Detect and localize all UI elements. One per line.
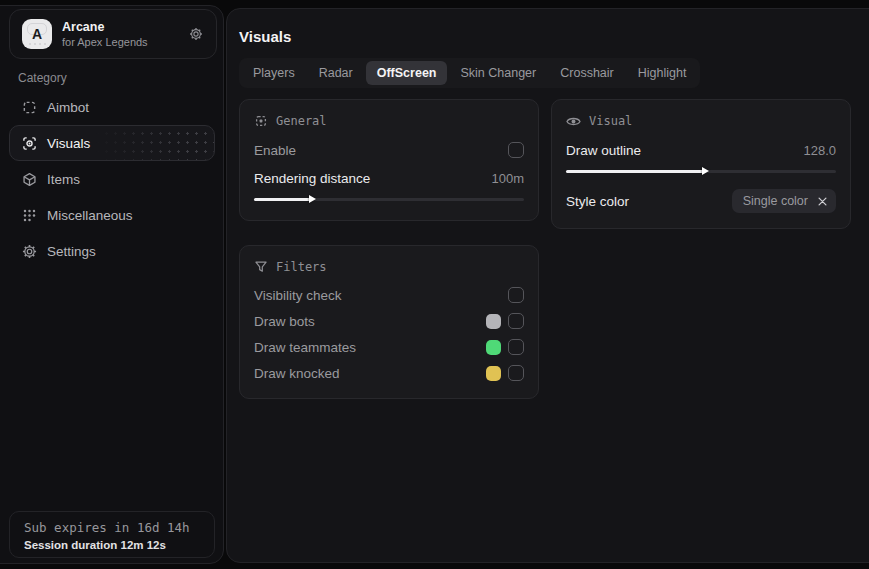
- enable-label: Enable: [254, 143, 296, 158]
- rendering-distance-value: 100m: [491, 171, 524, 186]
- app-subtitle: for Apex Legends: [62, 35, 186, 49]
- draw-outline-label: Draw outline: [566, 143, 641, 158]
- sidebar-item-label: Settings: [47, 244, 96, 259]
- filters-card-title: Filters: [276, 260, 327, 274]
- sidebar-item-label: Aimbot: [47, 100, 89, 115]
- draw-outline-value: 128.0: [803, 143, 836, 158]
- sidebar-item-visuals[interactable]: Visuals: [9, 125, 215, 161]
- main-panel: Visuals Players Radar OffScreen Skin Cha…: [226, 8, 869, 563]
- eye-icon: [566, 115, 581, 128]
- rendering-distance-row: Rendering distance 100m: [254, 164, 524, 192]
- app-logo: A: [22, 19, 52, 49]
- draw-knocked-color-swatch[interactable]: [486, 366, 501, 381]
- app-settings-button[interactable]: [186, 24, 206, 44]
- draw-outline-slider[interactable]: [566, 165, 836, 177]
- general-card-title: General: [276, 114, 327, 128]
- app-meta: Arcane for Apex Legends: [62, 20, 186, 49]
- tab-crosshair[interactable]: Crosshair: [549, 61, 625, 85]
- chip-close-icon[interactable]: [818, 197, 827, 206]
- tab-radar[interactable]: Radar: [308, 61, 364, 85]
- sidebar-item-settings[interactable]: Settings: [9, 233, 215, 269]
- style-color-chip-label: Single color: [743, 194, 808, 208]
- sidebar-panel: A Arcane for Apex Legends Catego: [0, 5, 224, 564]
- draw-knocked-row: Draw knocked: [254, 360, 524, 386]
- general-card: General Enable Rendering distance 100m: [239, 99, 539, 221]
- draw-bots-color-swatch[interactable]: [486, 314, 501, 329]
- draw-teammates-label: Draw teammates: [254, 340, 356, 355]
- draw-outline-row: Draw outline 128.0: [566, 136, 836, 164]
- sub-expires-text: Sub expires in 16d 14h: [24, 520, 214, 536]
- rendering-distance-label: Rendering distance: [254, 171, 370, 186]
- tab-players[interactable]: Players: [242, 61, 306, 85]
- aimbot-marquee-icon: [22, 100, 37, 115]
- enable-row: Enable: [254, 136, 524, 164]
- draw-bots-checkbox[interactable]: [508, 313, 524, 329]
- session-duration-text: Session duration 12m 12s: [24, 538, 214, 553]
- draw-bots-label: Draw bots: [254, 314, 315, 329]
- sidebar-item-items[interactable]: Items: [9, 161, 215, 197]
- rendering-distance-slider[interactable]: [254, 193, 524, 205]
- slider-fill: [254, 198, 311, 201]
- sidebar-item-miscellaneous[interactable]: Miscellaneous: [9, 197, 215, 233]
- style-color-label: Style color: [566, 194, 629, 209]
- sidebar-nav: Aimbot Visuals: [1, 89, 223, 269]
- gear-icon: [189, 27, 203, 41]
- sidebar-item-label: Miscellaneous: [47, 208, 133, 223]
- slider-thumb[interactable]: [309, 195, 316, 203]
- visibility-check-checkbox[interactable]: [508, 287, 524, 303]
- subscription-card: Sub expires in 16d 14h Session duration …: [9, 511, 215, 558]
- draw-teammates-row: Draw teammates: [254, 334, 524, 360]
- sidebar-item-label: Visuals: [47, 136, 90, 151]
- tab-bar: Players Radar OffScreen Skin Changer Cro…: [239, 58, 700, 88]
- app-logo-letter: A: [32, 27, 42, 41]
- slider-fill: [566, 170, 704, 173]
- draw-teammates-color-swatch[interactable]: [486, 340, 501, 355]
- app-name: Arcane: [62, 20, 186, 35]
- draw-knocked-checkbox[interactable]: [508, 365, 524, 381]
- style-color-row: Style color Single color: [566, 186, 836, 216]
- tab-skin-changer[interactable]: Skin Changer: [449, 61, 547, 85]
- tab-highlight[interactable]: Highlight: [627, 61, 698, 85]
- style-color-chip[interactable]: Single color: [732, 189, 836, 213]
- sidebar-item-label: Items: [47, 172, 80, 187]
- funnel-icon: [254, 260, 268, 274]
- misc-dots-grid-icon: [22, 208, 37, 223]
- slider-thumb[interactable]: [702, 167, 709, 175]
- draw-teammates-checkbox[interactable]: [508, 339, 524, 355]
- visual-card-title: Visual: [589, 114, 632, 128]
- items-cube-icon: [22, 172, 37, 187]
- visuals-eye-icon: [22, 136, 37, 151]
- visibility-check-label: Visibility check: [254, 288, 342, 303]
- visual-card: Visual Draw outline 128.0 Style color Si…: [551, 99, 851, 229]
- general-focus-icon: [254, 114, 268, 128]
- sidebar-item-aimbot[interactable]: Aimbot: [9, 89, 215, 125]
- category-label: Category: [18, 71, 223, 85]
- visibility-check-row: Visibility check: [254, 282, 524, 308]
- filters-card: Filters Visibility check Draw bots: [239, 245, 539, 399]
- app-header-card: A Arcane for Apex Legends: [9, 9, 217, 59]
- settings-gear-icon: [22, 244, 37, 259]
- draw-knocked-label: Draw knocked: [254, 366, 340, 381]
- page-title: Visuals: [239, 28, 866, 46]
- draw-bots-row: Draw bots: [254, 308, 524, 334]
- enable-checkbox[interactable]: [508, 142, 524, 158]
- tab-offscreen[interactable]: OffScreen: [366, 61, 448, 85]
